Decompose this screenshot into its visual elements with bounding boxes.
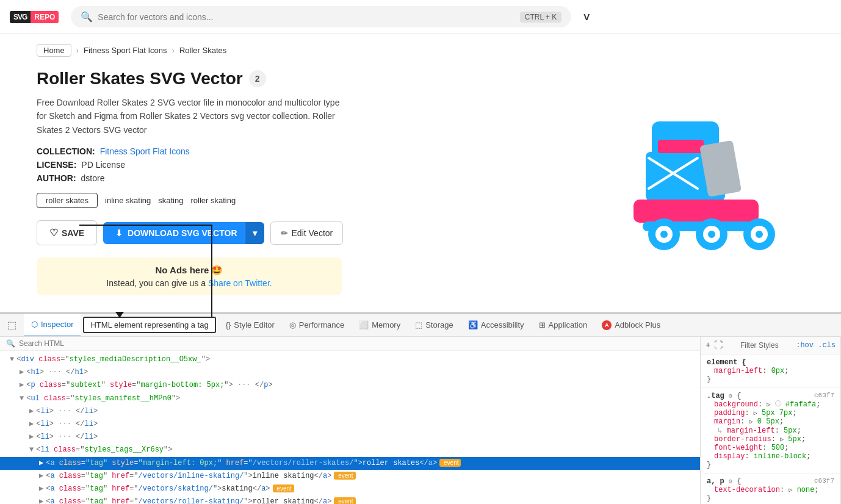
styles-rule-a-p: a, p ⚙ { c63f7 text-decoration: ▷ none; … bbox=[701, 473, 840, 504]
breadcrumb-collection[interactable]: Fitness Sport Flat Icons bbox=[84, 46, 167, 55]
tab-accessibility-label: Accessibility bbox=[481, 320, 524, 329]
tab-storage-label: Storage bbox=[425, 320, 453, 329]
logo[interactable]: SVG REPO bbox=[10, 11, 59, 23]
tab-inspector[interactable]: ⬡ Inspector bbox=[24, 314, 81, 337]
html-line-8[interactable]: ▼<li class="styles_tags__Xr6sy"> bbox=[0, 444, 700, 456]
svg-point-8 bbox=[660, 231, 668, 238]
svg-point-14 bbox=[756, 231, 763, 238]
edit-vector-button[interactable]: ✏ Edit Vector bbox=[270, 221, 344, 245]
tab-adblock[interactable]: A Adblock Plus bbox=[594, 314, 668, 337]
meta-author-label: AUTHOR: bbox=[37, 173, 76, 183]
tag-roller-skates[interactable]: roller skates bbox=[37, 193, 98, 208]
tab-style-editor-label: Style Editor bbox=[234, 320, 274, 329]
html-lines-container: ▼<div class="styles_mediaDescription__O5… bbox=[0, 351, 700, 504]
page-title: Roller Skates SVG Vector 2 bbox=[37, 69, 572, 88]
tab-inspector-label: Inspector bbox=[41, 320, 73, 329]
application-icon: ⊞ bbox=[539, 320, 546, 329]
logo-repo-text: REPO bbox=[31, 11, 59, 23]
html-line-7[interactable]: ▶<li> ··· </li> bbox=[0, 431, 700, 444]
tab-memory[interactable]: ⬜ Memory bbox=[352, 314, 408, 337]
tag-skating[interactable]: skating bbox=[158, 196, 183, 205]
styles-panel: + ⛶ Filter Styles :hov .cls element { ma… bbox=[701, 337, 841, 504]
html-search-bar: 🔍 bbox=[0, 337, 700, 351]
save-label: SAVE bbox=[62, 228, 84, 238]
tags-container: roller skates inline skating skating rol… bbox=[37, 193, 572, 208]
roller-skates-svg bbox=[609, 109, 792, 268]
styles-rule-element: element { margin-left: 0px; } bbox=[701, 355, 840, 388]
styles-filter-label: Filter Styles bbox=[740, 341, 779, 350]
html-line-5[interactable]: ▶<li> ··· </li> bbox=[0, 405, 700, 418]
breadcrumb-sep2: › bbox=[172, 46, 175, 55]
tag-roller-skating[interactable]: roller skating bbox=[190, 196, 236, 205]
logo-svg-text: SVG bbox=[10, 11, 31, 23]
search-bar[interactable]: 🔍 CTRL + K bbox=[71, 6, 571, 27]
tab-style-editor[interactable]: {} Style Editor bbox=[218, 314, 282, 337]
left-panel: Roller Skates SVG Vector 2 Free Download… bbox=[37, 69, 572, 295]
nav-item[interactable]: V bbox=[583, 12, 590, 22]
html-line-1[interactable]: ▼<div class="styles_mediaDescription__O5… bbox=[0, 353, 700, 366]
tab-memory-label: Memory bbox=[372, 320, 400, 329]
html-line-6[interactable]: ▶<li> ··· </li> bbox=[0, 418, 700, 431]
tag-inline-skating[interactable]: inline skating bbox=[105, 196, 151, 205]
search-html-icon: 🔍 bbox=[6, 339, 15, 348]
svg-point-11 bbox=[708, 231, 715, 238]
html-line-2[interactable]: ▶<h1> ··· </h1> bbox=[0, 366, 700, 379]
meta-license: LICENSE: PD License bbox=[37, 160, 572, 170]
devtools-cursor-button[interactable]: ⬚ bbox=[0, 314, 24, 337]
styles-toolbar-left: + ⛶ bbox=[706, 340, 723, 350]
svg-rect-2 bbox=[658, 140, 704, 153]
html-line-12[interactable]: ▶<a class="tag" href="/vectors/roller-sk… bbox=[0, 495, 700, 504]
pick-element-icon[interactable]: ⛶ bbox=[714, 340, 723, 350]
storage-icon: ⬚ bbox=[415, 320, 422, 329]
html-search-input[interactable] bbox=[19, 339, 694, 348]
meta-license-value[interactable]: PD License bbox=[81, 160, 125, 170]
adblock-icon: A bbox=[602, 320, 612, 330]
edit-icon: ✏ bbox=[281, 228, 288, 238]
meta-author: AUTHOR: dstore bbox=[37, 173, 572, 183]
no-ads-text-content: Instead, you can give us a bbox=[106, 278, 206, 288]
search-input[interactable] bbox=[98, 12, 519, 22]
cursor-icon: ⬚ bbox=[7, 319, 16, 331]
tab-adblock-label: Adblock Plus bbox=[615, 320, 660, 329]
pointer-vertical-line bbox=[211, 225, 212, 317]
tab-accessibility[interactable]: ♿ Accessibility bbox=[461, 314, 532, 337]
pointer-arrow-down bbox=[115, 312, 124, 318]
html-line-10[interactable]: ▶<a class="tag" href="/vectors/inline-sk… bbox=[0, 470, 700, 483]
no-ads-link[interactable]: Share on Twitter. bbox=[208, 278, 272, 288]
html-line-4[interactable]: ▼<ul class="styles_manifest__hMPn0"> bbox=[0, 392, 700, 405]
devtools-tabs-bar: ⬚ ⬡ Inspector HTML element representing … bbox=[0, 314, 841, 337]
breadcrumb: Home › Fitness Sport Flat Icons › Roller… bbox=[37, 44, 804, 57]
search-icon: 🔍 bbox=[81, 11, 93, 23]
title-text: Roller Skates SVG Vector bbox=[37, 69, 243, 88]
meta-author-value[interactable]: dstore bbox=[81, 173, 105, 183]
edit-label: Edit Vector bbox=[292, 228, 333, 238]
breadcrumb-sep1: › bbox=[76, 46, 79, 55]
html-line-3[interactable]: ▶<p class="subtext" style="margin-bottom… bbox=[0, 379, 700, 392]
html-line-9-selected[interactable]: ▶<a class="tag" style="margin-left: 0px;… bbox=[0, 457, 700, 470]
html-panel: 🔍 ▼<div class="styles_mediaDescription__… bbox=[0, 337, 701, 504]
tab-performance[interactable]: ◎ Performance bbox=[282, 314, 352, 337]
download-chevron[interactable]: ▾ bbox=[245, 222, 264, 244]
meta-collection-value[interactable]: Fitness Sport Flat Icons bbox=[100, 146, 190, 156]
meta-collection: COLLECTION: Fitness Sport Flat Icons bbox=[37, 146, 572, 156]
add-rule-icon[interactable]: + bbox=[706, 340, 710, 350]
main-content: Home › Fitness Sport Flat Icons › Roller… bbox=[0, 34, 841, 295]
tab-storage[interactable]: ⬚ Storage bbox=[408, 314, 461, 337]
download-label: DOWNLOAD SVG VECTOR bbox=[128, 228, 237, 238]
tab-application[interactable]: ⊞ Application bbox=[532, 314, 595, 337]
tab-performance-label: Performance bbox=[299, 320, 344, 329]
breadcrumb-home[interactable]: Home bbox=[37, 44, 71, 57]
no-ads-title: No Ads here 🤩 bbox=[49, 265, 330, 276]
content-area: Roller Skates SVG Vector 2 Free Download… bbox=[37, 69, 804, 295]
meta-license-label: LICENSE: bbox=[37, 160, 76, 170]
devtools-body: 🔍 ▼<div class="styles_mediaDescription__… bbox=[0, 337, 841, 504]
header: SVG REPO 🔍 CTRL + K V bbox=[0, 0, 841, 34]
no-ads-banner: No Ads here 🤩 Instead, you can give us a… bbox=[37, 257, 342, 295]
breadcrumb-current: Roller Skates bbox=[179, 46, 226, 55]
download-icon: ⬇ bbox=[115, 228, 123, 238]
styles-hov-cls[interactable]: :hov .cls bbox=[796, 341, 836, 350]
svg-preview-panel bbox=[597, 69, 804, 295]
pointer-horizontal-line bbox=[79, 225, 212, 226]
accessibility-icon: ♿ bbox=[468, 320, 478, 329]
html-line-11[interactable]: ▶<a class="tag" href="/vectors/skating/"… bbox=[0, 483, 700, 495]
